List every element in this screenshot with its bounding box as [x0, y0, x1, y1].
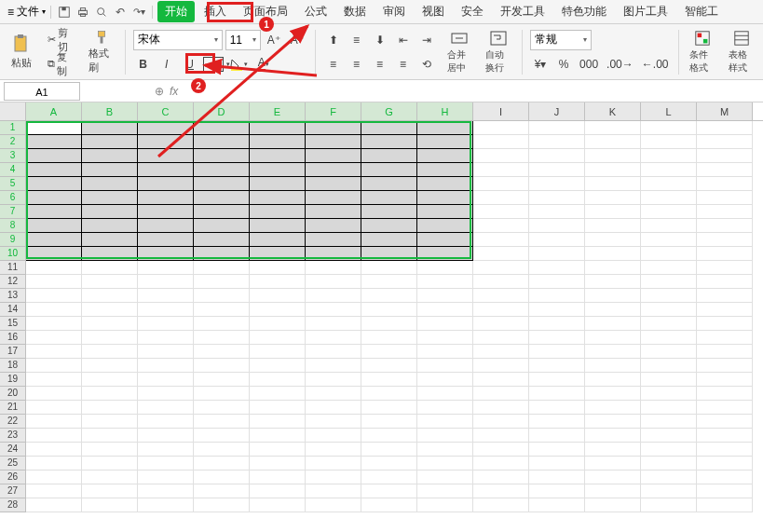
cell[interactable]: [641, 498, 697, 512]
cell[interactable]: [361, 471, 417, 484]
row-header[interactable]: 24: [0, 443, 26, 457]
cell[interactable]: [529, 205, 585, 219]
select-all-corner[interactable]: [0, 102, 26, 120]
cell[interactable]: [361, 429, 417, 443]
cell[interactable]: [138, 457, 194, 471]
cell[interactable]: [361, 289, 417, 303]
cell[interactable]: [82, 149, 138, 163]
cell[interactable]: [473, 317, 529, 331]
cell[interactable]: [473, 135, 529, 149]
cell[interactable]: [306, 275, 361, 289]
cell[interactable]: [585, 205, 641, 219]
cell[interactable]: [697, 247, 753, 261]
cell[interactable]: [306, 484, 361, 498]
cell[interactable]: [641, 233, 697, 247]
cell[interactable]: [194, 498, 250, 512]
cell[interactable]: [26, 121, 82, 135]
cell[interactable]: [361, 317, 417, 331]
cell[interactable]: [250, 415, 306, 429]
tab-review[interactable]: 审阅: [375, 1, 413, 22]
cell[interactable]: [417, 498, 473, 512]
cell[interactable]: [194, 247, 250, 261]
cell[interactable]: [306, 443, 361, 457]
cell[interactable]: [138, 233, 194, 247]
cell[interactable]: [641, 359, 697, 373]
cell[interactable]: [194, 135, 250, 149]
cell[interactable]: [361, 191, 417, 205]
row-header[interactable]: 26: [0, 471, 26, 484]
cell[interactable]: [82, 373, 138, 387]
cell[interactable]: [26, 205, 82, 219]
cell[interactable]: [82, 275, 138, 289]
cell[interactable]: [26, 317, 82, 331]
cell[interactable]: [697, 121, 753, 135]
cell[interactable]: [473, 498, 529, 512]
cell[interactable]: [26, 275, 82, 289]
cell[interactable]: [306, 177, 361, 191]
cell[interactable]: [361, 443, 417, 457]
cell[interactable]: [417, 457, 473, 471]
cell[interactable]: [529, 247, 585, 261]
cell[interactable]: [138, 498, 194, 512]
cell[interactable]: [697, 177, 753, 191]
cell[interactable]: [306, 163, 361, 177]
cell[interactable]: [138, 289, 194, 303]
cell[interactable]: [138, 149, 194, 163]
cell[interactable]: [529, 457, 585, 471]
cell[interactable]: [26, 484, 82, 498]
column-header[interactable]: F: [306, 102, 361, 120]
row-header[interactable]: 25: [0, 457, 26, 471]
cell[interactable]: [82, 443, 138, 457]
cell[interactable]: [82, 289, 138, 303]
cell[interactable]: [585, 191, 641, 205]
cell[interactable]: [194, 275, 250, 289]
cell[interactable]: [473, 457, 529, 471]
cell[interactable]: [138, 205, 194, 219]
cell[interactable]: [250, 498, 306, 512]
cell[interactable]: [585, 275, 641, 289]
borders-button[interactable]: ▾: [203, 57, 224, 72]
cell[interactable]: [306, 303, 361, 317]
cell[interactable]: [529, 233, 585, 247]
cell[interactable]: [641, 471, 697, 484]
cell[interactable]: [585, 471, 641, 484]
cell[interactable]: [194, 373, 250, 387]
cell[interactable]: [585, 429, 641, 443]
cell[interactable]: [529, 359, 585, 373]
row-header[interactable]: 23: [0, 429, 26, 443]
cell[interactable]: [585, 331, 641, 345]
cell[interactable]: [585, 401, 641, 415]
cell[interactable]: [361, 415, 417, 429]
cell[interactable]: [138, 135, 194, 149]
cell[interactable]: [417, 387, 473, 401]
row-header[interactable]: 19: [0, 373, 26, 387]
font-color-button[interactable]: A▾: [253, 54, 274, 75]
cell[interactable]: [641, 219, 697, 233]
bold-button[interactable]: B: [133, 54, 154, 75]
row-header[interactable]: 2: [0, 135, 26, 149]
cell[interactable]: [697, 205, 753, 219]
row-header[interactable]: 16: [0, 331, 26, 345]
cell[interactable]: [417, 484, 473, 498]
cell[interactable]: [250, 401, 306, 415]
cell[interactable]: [641, 247, 697, 261]
cell[interactable]: [473, 443, 529, 457]
cell[interactable]: [417, 219, 473, 233]
undo-icon[interactable]: ↶: [112, 4, 129, 20]
cell[interactable]: [585, 303, 641, 317]
cell[interactable]: [138, 359, 194, 373]
cell[interactable]: [361, 261, 417, 275]
underline-button[interactable]: U: [180, 54, 200, 75]
cell[interactable]: [585, 163, 641, 177]
cell[interactable]: [641, 317, 697, 331]
number-format-combo[interactable]: 常规▾: [530, 30, 592, 50]
cell[interactable]: [82, 177, 138, 191]
cell[interactable]: [697, 429, 753, 443]
column-header[interactable]: M: [697, 102, 753, 120]
cell[interactable]: [641, 303, 697, 317]
cell[interactable]: [82, 429, 138, 443]
column-header[interactable]: L: [641, 102, 697, 120]
cell[interactable]: [250, 387, 306, 401]
cell[interactable]: [697, 415, 753, 429]
conditional-format-button[interactable]: 条件格式: [687, 30, 718, 75]
